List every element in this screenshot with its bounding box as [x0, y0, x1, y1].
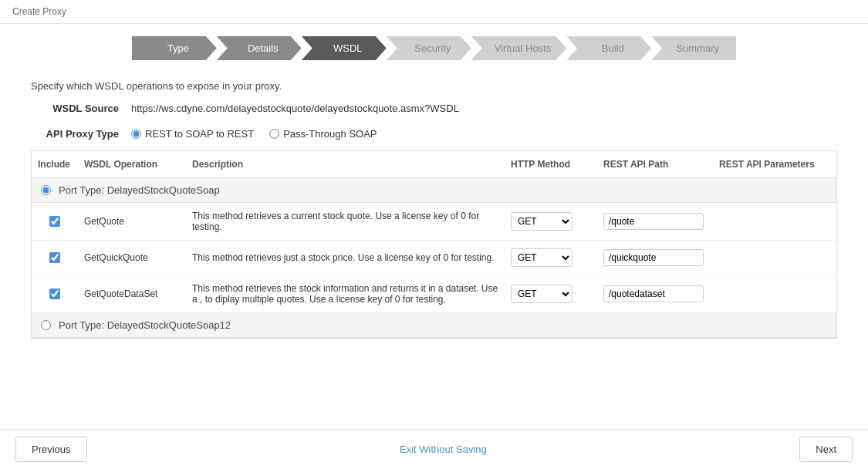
operation-row-getquickquote: GetQuickQuote This method retrieves just… — [32, 241, 836, 275]
port-type-radio-1[interactable] — [41, 185, 51, 195]
port-type-radio-2[interactable] — [41, 320, 51, 330]
method-select-getquote[interactable]: GETPOSTPUTDELETE — [511, 212, 572, 231]
op-desc-getquote: This method retrieves a current stock qu… — [186, 208, 505, 235]
col-wsdl-operation: WSDL Operation — [78, 156, 186, 173]
port-type-label-1: Port Type: DelayedStockQuoteSoap — [59, 184, 220, 196]
col-rest-api-path: REST API Path — [597, 156, 713, 173]
col-rest-api-params: REST API Parameters — [713, 156, 836, 173]
method-select-getquotedataset[interactable]: GETPOSTPUTDELETE — [511, 285, 572, 303]
check-getquotedataset[interactable] — [49, 288, 60, 299]
next-button[interactable]: Next — [799, 437, 853, 462]
step-summary[interactable]: Summary — [651, 36, 736, 60]
method-select-getquickquote[interactable]: GETPOSTPUTDELETE — [511, 248, 572, 267]
op-name-getquote: GetQuote — [78, 213, 186, 230]
check-getquote[interactable] — [49, 216, 60, 227]
proxy-type-options: REST to SOAP to REST Pass-Through SOAP — [131, 128, 837, 140]
operation-row-getquote: GetQuote This method retrieves a current… — [32, 203, 836, 241]
check-getquickquote[interactable] — [49, 252, 60, 263]
op-name-getquotedataset: GetQuoteDataSet — [78, 285, 186, 302]
wizard-steps: Type Details WSDL Security Virtual Hosts… — [0, 24, 868, 73]
operation-row-getquotedataset: GetQuoteDataSet This method retrieves th… — [32, 275, 836, 313]
step-wsdl[interactable]: WSDL — [302, 36, 387, 60]
params-getquotedataset — [713, 291, 836, 297]
path-input-getquickquote[interactable] — [603, 249, 704, 266]
step-details[interactable]: Details — [217, 36, 302, 60]
previous-button[interactable]: Previous — [15, 437, 87, 462]
wsdl-source-label: WSDL Source — [31, 100, 131, 114]
app-title: Create Proxy — [0, 0, 868, 24]
op-desc-getquotedataset: This method retrieves the stock informat… — [186, 280, 505, 308]
params-getquickquote — [713, 255, 836, 261]
step-security[interactable]: Security — [387, 36, 471, 60]
op-name-getquickquote: GetQuickQuote — [78, 249, 186, 266]
radio-rest-soap-rest[interactable]: REST to SOAP to REST — [131, 128, 254, 140]
path-input-getquotedataset[interactable] — [603, 285, 704, 302]
col-http-method: HTTP Method — [505, 156, 597, 173]
path-input-getquote[interactable] — [603, 213, 704, 230]
params-getquote — [713, 218, 836, 224]
port-type-row-2[interactable]: Port Type: DelayedStockQuoteSoap12 — [32, 313, 836, 338]
exit-without-saving-link[interactable]: Exit Without Saving — [400, 444, 487, 455]
step-type[interactable]: Type — [132, 36, 217, 60]
step-virtual-hosts[interactable]: Virtual Hosts — [471, 36, 566, 60]
radio-pass-through[interactable]: Pass-Through SOAP — [269, 128, 377, 140]
op-desc-getquickquote: This method retrieves just a stock price… — [186, 249, 505, 266]
col-description: Description — [186, 156, 505, 173]
port-type-label-2: Port Type: DelayedStockQuoteSoap12 — [59, 319, 231, 331]
footer: Previous Exit Without Saving Next — [0, 429, 868, 469]
api-proxy-type-label: API Proxy Type — [31, 125, 131, 140]
step-build[interactable]: Build — [566, 36, 651, 60]
subtitle: Specify which WSDL operations to expose … — [0, 73, 868, 100]
wsdl-source-value: https://ws.cdyne.com/delayedstockquote/d… — [131, 100, 837, 114]
col-include: Include — [32, 156, 78, 173]
port-type-row-1[interactable]: Port Type: DelayedStockQuoteSoap — [32, 178, 836, 203]
table-header: Include WSDL Operation Description HTTP … — [32, 151, 836, 178]
